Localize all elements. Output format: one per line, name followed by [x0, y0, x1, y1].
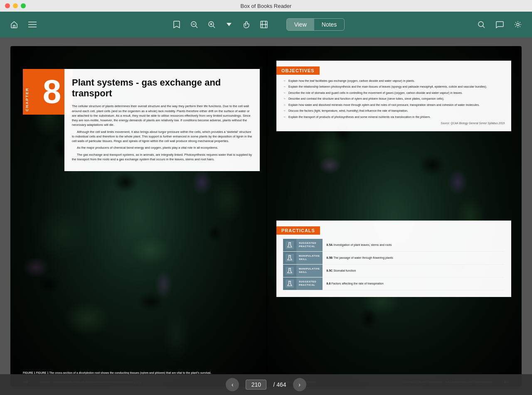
suggested-practical-icon-2	[286, 280, 294, 288]
objectives-box: OBJECTIVES →Explain how the leaf facilit…	[276, 61, 511, 132]
svg-point-16	[517, 23, 519, 26]
objectives-list: →Explain how the leaf facilitates gas ex…	[283, 79, 505, 120]
bookmark-button[interactable]	[169, 17, 184, 32]
practical-row-1: SUGGESTEDPRACTICAL 8.5A Investigation of…	[283, 239, 505, 252]
practical-type-label-1: SUGGESTEDPRACTICAL	[296, 239, 323, 252]
right-page-content: OBJECTIVES →Explain how the leaf facilit…	[266, 46, 522, 387]
practical-type-label-3: MANIPULATIVESKILL	[296, 264, 323, 277]
practical-code-3: 8.5C	[327, 269, 333, 272]
practical-row-2: MANIPULATIVESKILL 8.5B The passage of wa…	[283, 251, 505, 264]
page-number-input[interactable]	[246, 380, 266, 390]
next-icon: ›	[298, 381, 300, 388]
prev-icon: ‹	[232, 381, 234, 388]
manipulative-skill-icon-2	[286, 267, 294, 275]
practical-content-3: 8.5C Stomatal function	[323, 264, 505, 277]
arrow-icon-5: →	[283, 103, 286, 108]
next-page-button[interactable]: ›	[293, 378, 306, 391]
arrow-icon-4: →	[283, 97, 286, 101]
practical-icon-cell-1	[283, 239, 296, 252]
practical-content-1: 8.5A Investigation of plant leaves, stem…	[323, 239, 505, 252]
practical-row-3: MANIPULATIVESKILL 8.5C Stomatal function	[283, 264, 505, 277]
notes-button[interactable]: Notes	[314, 19, 345, 30]
hand-tool-button[interactable]	[239, 17, 254, 32]
toolbar: View Notes	[0, 12, 532, 37]
objective-5: →Explain how water and dissolved mineral…	[283, 103, 505, 108]
zoom-in-button[interactable]	[204, 17, 219, 32]
practical-code-4: 8.6	[327, 282, 331, 285]
main-content: CHAPTER 8 Plant systems - gas exchange a…	[0, 37, 532, 395]
objective-7: →Explain the transport of products of ph…	[283, 115, 505, 120]
close-button[interactable]	[5, 3, 10, 8]
maximize-button[interactable]	[21, 3, 26, 8]
chapter-title: Plant systems - gas exchange and transpo…	[72, 77, 252, 99]
practicals-header: PRACTICALS	[276, 226, 320, 235]
search-button[interactable]	[474, 17, 489, 32]
chapter-body: The cellular structure of plants determi…	[72, 104, 252, 162]
objectives-header: OBJECTIVES	[276, 66, 320, 75]
zoom-out-button[interactable]	[187, 17, 202, 32]
objective-3: →Describe the role of stomata and guard …	[283, 91, 505, 96]
objectives-source: Source: QCAA Biology General Senior Syll…	[283, 122, 505, 125]
left-page-content: CHAPTER 8 Plant systems - gas exchange a…	[10, 46, 266, 387]
book-spread: CHAPTER 8 Plant systems - gas exchange a…	[10, 46, 522, 387]
practicals-table: SUGGESTEDPRACTICAL 8.5A Investigation of…	[283, 239, 505, 290]
page-right: OBJECTIVES →Explain how the leaf facilit…	[266, 46, 522, 387]
arrow-icon-1: →	[283, 79, 286, 83]
practical-content-2: 8.5B The passage of water through flower…	[323, 251, 505, 264]
objective-4: →Describe and contrast the structure and…	[283, 97, 505, 101]
window-title: Box of Books Reader	[241, 3, 292, 9]
arrow-icon-3: →	[283, 91, 286, 96]
arrow-icon-7: →	[283, 115, 286, 120]
manipulative-skill-icon-1	[286, 254, 294, 262]
practical-content-4: 8.6 Factors affecting the rate of transp…	[323, 277, 505, 290]
practical-type-label-4: SUGGESTEDPRACTICAL	[296, 277, 323, 290]
arrow-icon-2: →	[283, 85, 286, 89]
body-paragraph-3: As the major producers of chemical bond …	[72, 145, 252, 150]
view-notes-toggle[interactable]: View Notes	[286, 18, 345, 31]
home-button[interactable]	[7, 17, 22, 32]
practical-code-1: 8.5A	[327, 243, 333, 246]
objective-2: →Explain the relationship between photos…	[283, 85, 505, 89]
svg-point-14	[478, 22, 483, 27]
practical-icon-cell-3	[283, 264, 296, 277]
practicals-box: PRACTICALS	[276, 221, 511, 297]
chapter-label: CHAPTER	[23, 69, 31, 115]
minimize-button[interactable]	[13, 3, 18, 8]
page-divider	[266, 46, 267, 387]
objective-6: →Discuss the factors (light, temperature…	[283, 109, 505, 113]
menu-button[interactable]	[25, 17, 40, 32]
prev-page-button[interactable]: ‹	[226, 378, 239, 391]
body-paragraph-2: Although the cell wall limits movement, …	[72, 130, 252, 144]
title-bar: Box of Books Reader	[0, 0, 532, 12]
chat-button[interactable]	[492, 17, 507, 32]
body-paragraph-4: The gas exchange and transport systems, …	[72, 152, 252, 162]
settings-button[interactable]	[510, 17, 525, 32]
view-button[interactable]: View	[287, 19, 314, 30]
arrow-icon-6: →	[283, 109, 286, 113]
svg-line-4	[195, 26, 197, 28]
svg-line-15	[483, 26, 485, 28]
page-left: CHAPTER 8 Plant systems - gas exchange a…	[10, 46, 266, 387]
practical-icon-cell-2	[283, 251, 296, 264]
window-controls[interactable]	[5, 3, 26, 8]
practical-row-4: SUGGESTEDPRACTICAL 8.6 Factors affecting…	[283, 277, 505, 290]
page-separator: / 464	[273, 381, 286, 388]
nav-bar: ‹ / 464 ›	[0, 374, 532, 395]
practical-icon-cell-4	[283, 277, 296, 290]
chapter-text-box: Plant systems - gas exchange and transpo…	[64, 69, 260, 172]
fit-page-button[interactable]	[256, 17, 271, 32]
suggested-practical-icon-1	[286, 241, 294, 249]
svg-line-7	[213, 26, 215, 28]
zoom-dropdown-button[interactable]	[222, 17, 236, 32]
practical-code-2: 8.5B	[327, 256, 333, 259]
practical-type-label-2: MANIPULATIVESKILL	[296, 251, 323, 264]
body-paragraph-1: The cellular structure of plants determi…	[72, 104, 252, 127]
toolbar-right	[474, 17, 525, 32]
objective-1: →Explain how the leaf facilitates gas ex…	[283, 79, 505, 83]
